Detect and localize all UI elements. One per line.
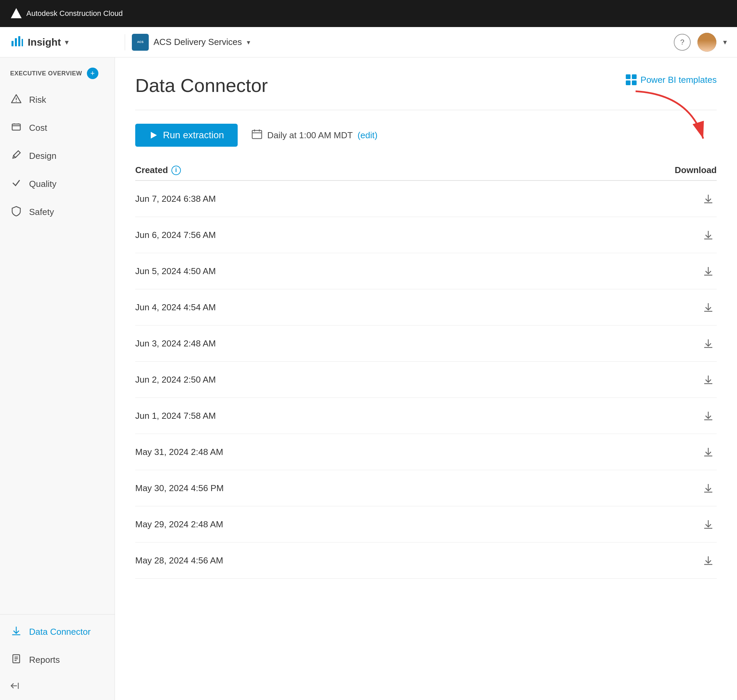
power-bi-icon-cell (626, 81, 631, 85)
play-icon (149, 131, 158, 140)
edit-schedule-link[interactable]: (edit) (357, 130, 377, 141)
power-bi-icon-cell (632, 74, 637, 79)
power-bi-icon (626, 74, 637, 85)
app-name: Insight (28, 37, 61, 48)
quality-icon (10, 178, 22, 191)
page-header: Data Connector Power BI templates (135, 74, 717, 96)
schedule-info: Daily at 1:00 AM MDT (edit) (251, 128, 378, 142)
section-title-text: EXECUTIVE OVERVIEW (10, 70, 82, 77)
safety-icon (10, 206, 22, 219)
row-date: Jun 4, 2024 4:54 AM (135, 302, 216, 313)
svg-line-11 (13, 156, 16, 157)
download-icon (703, 301, 714, 313)
design-icon (10, 149, 22, 163)
help-button[interactable]: ? (674, 34, 691, 51)
download-icon (703, 193, 714, 204)
sidebar-item-label: Reports (29, 655, 60, 665)
power-bi-link[interactable]: Power BI templates (626, 74, 717, 85)
download-button[interactable] (700, 299, 717, 316)
header-divider (135, 110, 717, 110)
row-date: Jun 7, 2024 6:38 AM (135, 194, 216, 204)
row-date: Jun 1, 2024 7:58 AM (135, 411, 216, 421)
download-column-header: Download (675, 165, 717, 175)
download-icon (703, 554, 714, 566)
table-row: Jun 3, 2024 2:48 AM (135, 325, 717, 362)
table-header: Created i Download (135, 160, 717, 181)
sidebar-item-reports[interactable]: Reports (0, 646, 115, 674)
cost-icon (10, 121, 22, 135)
table-row: Jun 2, 2024 2:50 AM (135, 362, 717, 398)
svg-rect-1 (15, 38, 17, 46)
main-layout: EXECUTIVE OVERVIEW + Risk (0, 57, 737, 700)
add-overview-button[interactable]: + (87, 68, 99, 79)
row-date: May 28, 2024 4:56 AM (135, 555, 223, 566)
download-button[interactable] (700, 479, 717, 497)
svg-rect-7 (12, 124, 20, 130)
download-icon (703, 374, 714, 385)
row-date: Jun 5, 2024 4:50 AM (135, 266, 216, 276)
warning-icon (10, 93, 22, 106)
download-button[interactable] (700, 407, 717, 424)
sidebar-item-design[interactable]: Design (0, 142, 115, 170)
download-button[interactable] (700, 443, 717, 460)
info-icon: i (171, 166, 181, 175)
sidebar-item-cost[interactable]: Cost (0, 114, 115, 142)
download-label: Download (675, 165, 717, 175)
sidebar-item-quality[interactable]: Quality (0, 170, 115, 198)
actions-row: Run extraction Daily at 1:00 AM MDT (edi… (135, 124, 717, 147)
table-row: Jun 1, 2024 7:58 AM (135, 398, 717, 434)
table-row: Jun 7, 2024 6:38 AM (135, 181, 717, 217)
avatar[interactable] (697, 33, 716, 52)
sidebar-item-label: Cost (29, 123, 47, 133)
download-icon (703, 265, 714, 277)
content-area: Data Connector Power BI templates Run ex… (115, 57, 737, 700)
download-button[interactable] (700, 552, 717, 569)
avatar-image (697, 33, 716, 52)
sidebar-item-risk[interactable]: Risk (0, 86, 115, 114)
header-bar: Insight ▾ ACS ACS Delivery Services ▾ ? … (0, 27, 737, 57)
table-row: Jun 5, 2024 4:50 AM (135, 253, 717, 289)
sidebar-item-data-connector[interactable]: Data Connector (0, 618, 115, 646)
row-date: May 29, 2024 2:48 AM (135, 519, 223, 529)
download-icon (10, 625, 22, 638)
table-row: May 30, 2024 4:56 PM (135, 470, 717, 506)
svg-rect-0 (12, 41, 13, 46)
avatar-dropdown[interactable]: ▾ (723, 38, 727, 47)
download-icon (703, 446, 714, 458)
reports-icon (10, 653, 22, 666)
download-button[interactable] (700, 335, 717, 352)
sidebar-section-title: EXECUTIVE OVERVIEW + (0, 64, 115, 86)
table-row: May 28, 2024 4:56 AM (135, 543, 717, 579)
download-button[interactable] (700, 226, 717, 243)
sidebar-item-safety[interactable]: Safety (0, 198, 115, 226)
sidebar-item-label: Safety (29, 207, 54, 217)
table-rows-container: Jun 7, 2024 6:38 AM Jun 6, 2024 7:56 AM … (135, 181, 717, 579)
top-bar: Autodesk Construction Cloud (0, 0, 737, 27)
table-row: Jun 6, 2024 7:56 AM (135, 217, 717, 253)
power-bi-icon-cell (626, 74, 631, 79)
download-button[interactable] (700, 516, 717, 533)
svg-marker-21 (151, 132, 157, 138)
svg-rect-3 (22, 39, 23, 46)
sidebar-item-label: Data Connector (29, 626, 91, 637)
app-title-section: Insight ▾ (10, 34, 125, 50)
sidebar-item-label: Design (29, 151, 56, 161)
project-dropdown-arrow[interactable]: ▾ (247, 38, 250, 46)
download-button[interactable] (700, 371, 717, 388)
sidebar: EXECUTIVE OVERVIEW + Risk (0, 57, 115, 700)
download-button[interactable] (700, 190, 717, 207)
run-button-label: Run extraction (163, 130, 224, 141)
sidebar-collapse-button[interactable] (0, 674, 115, 700)
project-logo: ACS (132, 34, 149, 51)
project-selector[interactable]: ACS ACS Delivery Services ▾ (132, 34, 667, 51)
download-icon (703, 519, 714, 530)
extractions-table: Created i Download Jun 7, 2024 6:38 AM J… (135, 160, 717, 579)
download-button[interactable] (700, 263, 717, 279)
run-extraction-button[interactable]: Run extraction (135, 124, 238, 147)
table-row: May 31, 2024 2:48 AM (135, 434, 717, 470)
schedule-text: Daily at 1:00 AM MDT (268, 130, 353, 141)
header-actions: ? ▾ (674, 33, 727, 52)
svg-rect-22 (252, 131, 262, 138)
power-bi-link-text: Power BI templates (641, 75, 717, 85)
app-dropdown-arrow[interactable]: ▾ (65, 38, 68, 46)
